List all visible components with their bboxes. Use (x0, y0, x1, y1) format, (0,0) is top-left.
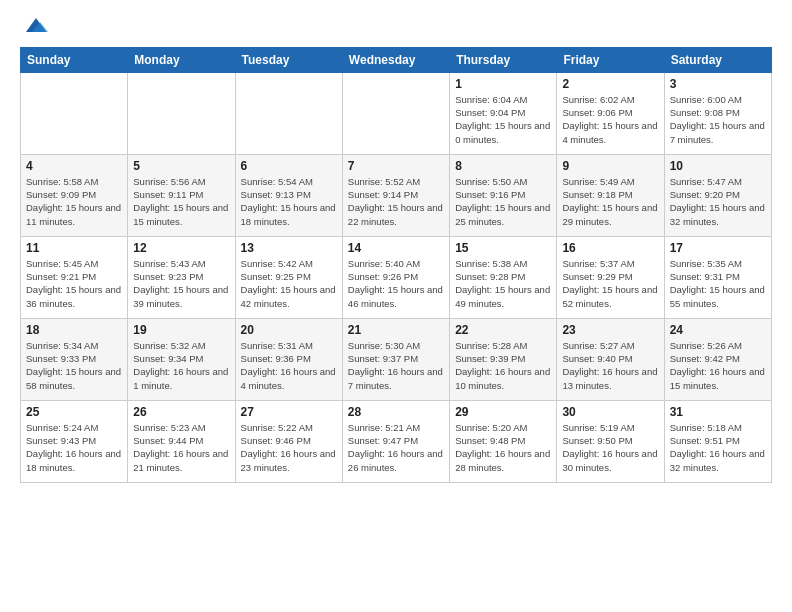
cell-day-number: 22 (455, 323, 551, 337)
cell-info-text: Sunrise: 5:32 AMSunset: 9:34 PMDaylight:… (133, 339, 229, 392)
day-header-friday: Friday (557, 47, 664, 72)
cell-day-number: 5 (133, 159, 229, 173)
page: SundayMondayTuesdayWednesdayThursdayFrid… (0, 0, 792, 499)
day-header-wednesday: Wednesday (342, 47, 449, 72)
calendar-cell (342, 72, 449, 154)
calendar-cell: 14Sunrise: 5:40 AMSunset: 9:26 PMDayligh… (342, 236, 449, 318)
day-header-thursday: Thursday (450, 47, 557, 72)
cell-day-number: 24 (670, 323, 766, 337)
calendar-cell: 1Sunrise: 6:04 AMSunset: 9:04 PMDaylight… (450, 72, 557, 154)
cell-info-text: Sunrise: 5:28 AMSunset: 9:39 PMDaylight:… (455, 339, 551, 392)
cell-info-text: Sunrise: 6:04 AMSunset: 9:04 PMDaylight:… (455, 93, 551, 146)
calendar-cell: 17Sunrise: 5:35 AMSunset: 9:31 PMDayligh… (664, 236, 771, 318)
cell-info-text: Sunrise: 5:31 AMSunset: 9:36 PMDaylight:… (241, 339, 337, 392)
cell-info-text: Sunrise: 5:52 AMSunset: 9:14 PMDaylight:… (348, 175, 444, 228)
calendar-cell: 7Sunrise: 5:52 AMSunset: 9:14 PMDaylight… (342, 154, 449, 236)
calendar-cell: 22Sunrise: 5:28 AMSunset: 9:39 PMDayligh… (450, 318, 557, 400)
cell-info-text: Sunrise: 5:40 AMSunset: 9:26 PMDaylight:… (348, 257, 444, 310)
cell-info-text: Sunrise: 5:26 AMSunset: 9:42 PMDaylight:… (670, 339, 766, 392)
cell-day-number: 15 (455, 241, 551, 255)
calendar-cell: 27Sunrise: 5:22 AMSunset: 9:46 PMDayligh… (235, 400, 342, 482)
cell-day-number: 31 (670, 405, 766, 419)
cell-info-text: Sunrise: 6:02 AMSunset: 9:06 PMDaylight:… (562, 93, 658, 146)
cell-day-number: 10 (670, 159, 766, 173)
calendar-cell: 25Sunrise: 5:24 AMSunset: 9:43 PMDayligh… (21, 400, 128, 482)
week-row-2: 4Sunrise: 5:58 AMSunset: 9:09 PMDaylight… (21, 154, 772, 236)
calendar-cell: 8Sunrise: 5:50 AMSunset: 9:16 PMDaylight… (450, 154, 557, 236)
cell-day-number: 4 (26, 159, 122, 173)
day-header-saturday: Saturday (664, 47, 771, 72)
cell-info-text: Sunrise: 5:20 AMSunset: 9:48 PMDaylight:… (455, 421, 551, 474)
cell-info-text: Sunrise: 5:42 AMSunset: 9:25 PMDaylight:… (241, 257, 337, 310)
calendar-cell: 6Sunrise: 5:54 AMSunset: 9:13 PMDaylight… (235, 154, 342, 236)
cell-info-text: Sunrise: 5:54 AMSunset: 9:13 PMDaylight:… (241, 175, 337, 228)
calendar-cell (235, 72, 342, 154)
week-row-1: 1Sunrise: 6:04 AMSunset: 9:04 PMDaylight… (21, 72, 772, 154)
cell-day-number: 6 (241, 159, 337, 173)
calendar-cell: 2Sunrise: 6:02 AMSunset: 9:06 PMDaylight… (557, 72, 664, 154)
day-header-sunday: Sunday (21, 47, 128, 72)
cell-info-text: Sunrise: 5:49 AMSunset: 9:18 PMDaylight:… (562, 175, 658, 228)
cell-info-text: Sunrise: 5:35 AMSunset: 9:31 PMDaylight:… (670, 257, 766, 310)
cell-info-text: Sunrise: 5:27 AMSunset: 9:40 PMDaylight:… (562, 339, 658, 392)
cell-info-text: Sunrise: 5:18 AMSunset: 9:51 PMDaylight:… (670, 421, 766, 474)
cell-day-number: 8 (455, 159, 551, 173)
calendar-cell: 18Sunrise: 5:34 AMSunset: 9:33 PMDayligh… (21, 318, 128, 400)
cell-info-text: Sunrise: 5:45 AMSunset: 9:21 PMDaylight:… (26, 257, 122, 310)
calendar-cell: 24Sunrise: 5:26 AMSunset: 9:42 PMDayligh… (664, 318, 771, 400)
calendar-cell: 13Sunrise: 5:42 AMSunset: 9:25 PMDayligh… (235, 236, 342, 318)
cell-day-number: 26 (133, 405, 229, 419)
logo (20, 16, 50, 41)
cell-day-number: 28 (348, 405, 444, 419)
cell-day-number: 12 (133, 241, 229, 255)
cell-day-number: 27 (241, 405, 337, 419)
calendar-cell: 15Sunrise: 5:38 AMSunset: 9:28 PMDayligh… (450, 236, 557, 318)
cell-day-number: 7 (348, 159, 444, 173)
week-row-5: 25Sunrise: 5:24 AMSunset: 9:43 PMDayligh… (21, 400, 772, 482)
cell-info-text: Sunrise: 5:37 AMSunset: 9:29 PMDaylight:… (562, 257, 658, 310)
cell-day-number: 1 (455, 77, 551, 91)
cell-day-number: 29 (455, 405, 551, 419)
cell-day-number: 9 (562, 159, 658, 173)
calendar-cell: 16Sunrise: 5:37 AMSunset: 9:29 PMDayligh… (557, 236, 664, 318)
cell-day-number: 17 (670, 241, 766, 255)
days-of-week-row: SundayMondayTuesdayWednesdayThursdayFrid… (21, 47, 772, 72)
calendar-header: SundayMondayTuesdayWednesdayThursdayFrid… (21, 47, 772, 72)
calendar-cell: 26Sunrise: 5:23 AMSunset: 9:44 PMDayligh… (128, 400, 235, 482)
cell-day-number: 30 (562, 405, 658, 419)
cell-day-number: 20 (241, 323, 337, 337)
cell-day-number: 16 (562, 241, 658, 255)
cell-info-text: Sunrise: 5:58 AMSunset: 9:09 PMDaylight:… (26, 175, 122, 228)
cell-info-text: Sunrise: 5:22 AMSunset: 9:46 PMDaylight:… (241, 421, 337, 474)
calendar-cell: 9Sunrise: 5:49 AMSunset: 9:18 PMDaylight… (557, 154, 664, 236)
cell-day-number: 18 (26, 323, 122, 337)
day-header-tuesday: Tuesday (235, 47, 342, 72)
calendar-cell: 28Sunrise: 5:21 AMSunset: 9:47 PMDayligh… (342, 400, 449, 482)
cell-day-number: 11 (26, 241, 122, 255)
calendar-cell: 12Sunrise: 5:43 AMSunset: 9:23 PMDayligh… (128, 236, 235, 318)
cell-info-text: Sunrise: 5:47 AMSunset: 9:20 PMDaylight:… (670, 175, 766, 228)
cell-info-text: Sunrise: 6:00 AMSunset: 9:08 PMDaylight:… (670, 93, 766, 146)
calendar-cell: 19Sunrise: 5:32 AMSunset: 9:34 PMDayligh… (128, 318, 235, 400)
logo-icon (22, 14, 50, 36)
calendar-cell: 5Sunrise: 5:56 AMSunset: 9:11 PMDaylight… (128, 154, 235, 236)
calendar-cell: 21Sunrise: 5:30 AMSunset: 9:37 PMDayligh… (342, 318, 449, 400)
cell-day-number: 19 (133, 323, 229, 337)
cell-info-text: Sunrise: 5:50 AMSunset: 9:16 PMDaylight:… (455, 175, 551, 228)
calendar-table: SundayMondayTuesdayWednesdayThursdayFrid… (20, 47, 772, 483)
cell-day-number: 14 (348, 241, 444, 255)
day-header-monday: Monday (128, 47, 235, 72)
calendar-body: 1Sunrise: 6:04 AMSunset: 9:04 PMDaylight… (21, 72, 772, 482)
calendar-cell (21, 72, 128, 154)
header (20, 16, 772, 41)
calendar-cell: 3Sunrise: 6:00 AMSunset: 9:08 PMDaylight… (664, 72, 771, 154)
cell-day-number: 3 (670, 77, 766, 91)
cell-day-number: 25 (26, 405, 122, 419)
calendar-cell: 29Sunrise: 5:20 AMSunset: 9:48 PMDayligh… (450, 400, 557, 482)
week-row-3: 11Sunrise: 5:45 AMSunset: 9:21 PMDayligh… (21, 236, 772, 318)
cell-info-text: Sunrise: 5:38 AMSunset: 9:28 PMDaylight:… (455, 257, 551, 310)
calendar-cell (128, 72, 235, 154)
cell-info-text: Sunrise: 5:24 AMSunset: 9:43 PMDaylight:… (26, 421, 122, 474)
calendar-cell: 10Sunrise: 5:47 AMSunset: 9:20 PMDayligh… (664, 154, 771, 236)
calendar-cell: 23Sunrise: 5:27 AMSunset: 9:40 PMDayligh… (557, 318, 664, 400)
